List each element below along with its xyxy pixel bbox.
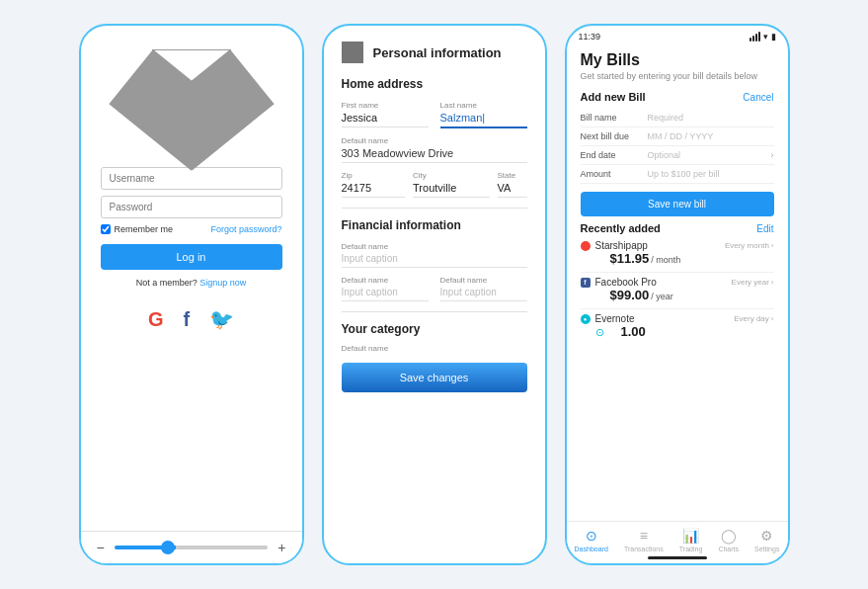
end-date-input[interactable]: Optional bbox=[648, 150, 771, 160]
your-category-section: Your category bbox=[342, 322, 527, 336]
login-button[interactable]: Log in bbox=[101, 244, 282, 270]
fin-input2[interactable]: Input caption bbox=[342, 287, 429, 301]
facebook-chevron-icon: › bbox=[771, 278, 774, 287]
dashboard-label: Dashboard bbox=[575, 546, 608, 552]
remember-left: Remember me bbox=[101, 224, 174, 234]
personal-info-title: Personal information bbox=[373, 45, 502, 60]
bill-name-label: Bill name bbox=[581, 113, 648, 123]
starshipapp-dot-icon bbox=[581, 241, 591, 251]
signal-bar-1 bbox=[750, 38, 751, 42]
evernote-freq: Every day › bbox=[734, 314, 773, 323]
dashboard-icon: ⊙ bbox=[586, 528, 597, 544]
address-value[interactable]: 303 Meadowview Drive bbox=[342, 147, 527, 163]
phone-bills: 11:39 ▾ ▮ My Bills Get started by enteri… bbox=[565, 24, 790, 565]
fin-input1[interactable]: Input caption bbox=[342, 253, 527, 268]
trading-icon: 📊 bbox=[682, 528, 699, 544]
first-name-value[interactable]: Jessica bbox=[342, 112, 429, 127]
evernote-price-row: ⊙ 1.00 bbox=[595, 324, 774, 339]
zoom-slider[interactable] bbox=[115, 546, 269, 549]
bill-divider-1 bbox=[581, 272, 774, 273]
charts-label: Charts bbox=[718, 546, 739, 552]
bills-subtitle: Get started by entering your bill detail… bbox=[581, 71, 774, 81]
last-name-label: Last name bbox=[440, 101, 527, 110]
recently-title: Recently added bbox=[581, 222, 661, 234]
add-bill-header: Add new Bill Cancel bbox=[581, 91, 774, 103]
nav-transactions[interactable]: ≡ Transactions bbox=[624, 528, 664, 552]
bottom-nav: ⊙ Dashboard ≡ Transactions 📊 Trading ◯ C… bbox=[567, 521, 788, 556]
save-new-bill-button[interactable]: Save new bill bbox=[581, 192, 774, 216]
forgot-password-link[interactable]: Forgot password? bbox=[210, 224, 281, 234]
fin-input3[interactable]: Input caption bbox=[440, 287, 527, 301]
twitter-icon[interactable]: 🐦 bbox=[209, 307, 234, 331]
nav-trading[interactable]: 📊 Trading bbox=[679, 528, 702, 552]
default-name-label: Default name bbox=[342, 136, 527, 145]
nav-charts[interactable]: ◯ Charts bbox=[718, 528, 739, 552]
wifi-icon: ▾ bbox=[763, 32, 768, 42]
bill-item-facebook: f Facebook Pro Every year › $99.00 / yea… bbox=[581, 277, 774, 302]
signup-row: Not a member? Signup now bbox=[101, 278, 282, 288]
trading-label: Trading bbox=[679, 546, 702, 552]
signal-bar-3 bbox=[755, 34, 757, 42]
bill-item-evernote-row[interactable]: ● Evernote Every day › bbox=[581, 313, 774, 324]
zip-value[interactable]: 24175 bbox=[342, 182, 406, 198]
bill-name-input[interactable]: Required bbox=[648, 113, 774, 123]
first-name-label: First name bbox=[342, 101, 429, 110]
slider-thumb bbox=[161, 541, 175, 554]
signup-link[interactable]: Signup now bbox=[199, 278, 246, 288]
divider2 bbox=[342, 311, 527, 312]
edit-button[interactable]: Edit bbox=[756, 223, 773, 234]
bill-divider-2 bbox=[581, 308, 774, 309]
signal-bar-4 bbox=[758, 32, 760, 42]
google-icon[interactable]: G bbox=[148, 308, 164, 331]
signup-text: Not a member? bbox=[136, 278, 197, 288]
remember-checkbox[interactable] bbox=[101, 224, 111, 234]
city-label: City bbox=[413, 171, 489, 180]
settings-icon: ⚙ bbox=[760, 528, 773, 544]
facebook-icon[interactable]: f bbox=[183, 308, 190, 331]
bottom-bar: − + bbox=[81, 531, 302, 563]
bills-content: My Bills Get started by entering your bi… bbox=[567, 43, 788, 521]
zoom-plus-button[interactable]: + bbox=[277, 540, 285, 555]
home-address-section: Home address bbox=[342, 77, 527, 91]
starshipapp-freq: Every month › bbox=[725, 241, 774, 250]
last-name-value[interactable]: Salzman| bbox=[440, 112, 527, 128]
save-changes-button[interactable]: Save changes bbox=[342, 363, 527, 392]
fin-field2: Default name Input caption bbox=[342, 276, 429, 301]
remember-label: Remember me bbox=[115, 224, 174, 234]
charts-icon: ◯ bbox=[721, 528, 737, 544]
state-label: State bbox=[498, 171, 527, 180]
bill-item-evernote: ● Evernote Every day › ⊙ 1.00 bbox=[581, 313, 774, 339]
zip-label: Zip bbox=[342, 171, 406, 180]
nav-dashboard[interactable]: ⊙ Dashboard bbox=[575, 528, 608, 552]
cancel-button[interactable]: Cancel bbox=[743, 92, 773, 103]
next-due-input[interactable]: MM / DD / YYYY bbox=[648, 131, 774, 141]
bill-item-name-row: Starshipapp bbox=[581, 240, 648, 251]
settings-label: Settings bbox=[754, 546, 779, 552]
evernote-price: 1.00 bbox=[621, 324, 646, 339]
nav-settings[interactable]: ⚙ Settings bbox=[754, 528, 779, 552]
status-bar: 11:39 ▾ ▮ bbox=[567, 26, 788, 43]
cat-default-label: Default name bbox=[342, 344, 527, 353]
amount-input[interactable]: Up to $100 per bill bbox=[648, 169, 774, 179]
evernote-chevron-icon: › bbox=[771, 314, 774, 323]
city-field: City Troutville bbox=[413, 171, 489, 198]
password-input[interactable] bbox=[101, 196, 282, 218]
personal-info-header: Personal information bbox=[342, 42, 527, 63]
remember-row: Remember me Forgot password? bbox=[101, 224, 282, 234]
financial-info-section: Financial information bbox=[342, 218, 527, 232]
evernote-price-icon: ⊙ bbox=[595, 326, 604, 339]
facebook-price-row: $99.00 / year bbox=[595, 288, 774, 302]
bill-item-facebook-row[interactable]: f Facebook Pro Every year › bbox=[581, 277, 774, 288]
next-due-label: Next bill due bbox=[581, 131, 648, 141]
bill-item-starshipapp-row[interactable]: Starshipapp Every month › bbox=[581, 240, 774, 251]
state-value[interactable]: VA bbox=[498, 182, 527, 198]
state-field: State VA bbox=[498, 171, 527, 198]
city-value[interactable]: Troutville bbox=[413, 182, 489, 198]
zoom-minus-button[interactable]: − bbox=[97, 540, 105, 555]
bill-item-facebook-name-row: f Facebook Pro bbox=[581, 277, 657, 288]
zip-field: Zip 24175 bbox=[342, 171, 406, 198]
end-date-row: End date Optional › bbox=[581, 146, 774, 165]
add-bill-title: Add new Bill bbox=[581, 91, 646, 103]
starshipapp-price-row: $11.95 / month bbox=[595, 251, 774, 266]
next-due-row: Next bill due MM / DD / YYYY bbox=[581, 127, 774, 146]
